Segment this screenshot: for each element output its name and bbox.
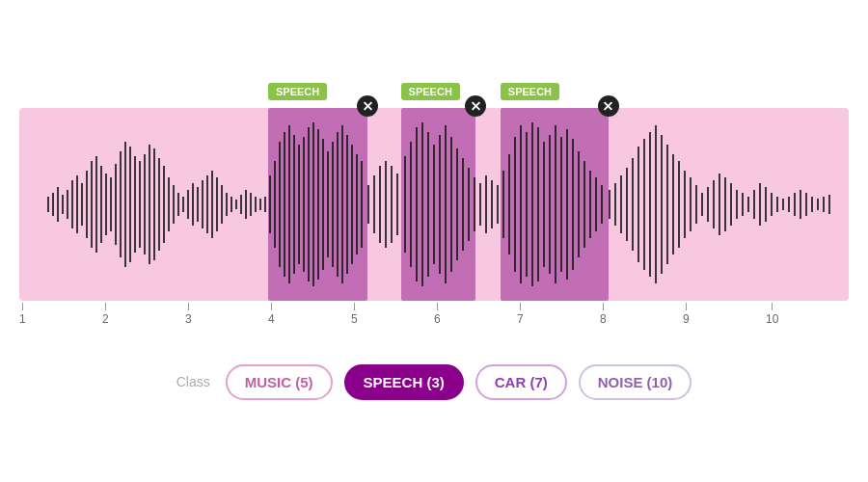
waveform-bg [19, 108, 849, 301]
badge-music[interactable]: MUSIC (5) [226, 364, 333, 400]
speech-label-1: SPEECH [268, 83, 327, 100]
tick-10: 10 [766, 303, 778, 326]
tick-2: 2 [102, 303, 109, 326]
tick-3: 3 [185, 303, 192, 326]
waveform-outer: SPEECH SPEECH SPEECH [19, 83, 849, 330]
waveform-svg [19, 108, 849, 301]
speech-label-2: SPEECH [401, 83, 460, 100]
badge-noise[interactable]: NOISE (10) [579, 364, 692, 400]
tick-9: 9 [683, 303, 690, 326]
tick-1: 1 [19, 303, 26, 326]
speech-close-1[interactable] [357, 95, 378, 117]
class-row: Class MUSIC (5) SPEECH (3) CAR (7) NOISE… [176, 364, 692, 400]
tick-6: 6 [434, 303, 441, 326]
tick-8: 8 [600, 303, 607, 326]
main-container: SPEECH SPEECH SPEECH [19, 83, 849, 400]
timeline: 1 2 3 4 5 6 7 [19, 303, 849, 330]
tick-4: 4 [268, 303, 275, 326]
speech-close-3[interactable] [598, 95, 619, 117]
tick-5: 5 [351, 303, 358, 326]
badge-speech[interactable]: SPEECH (3) [344, 364, 464, 400]
badge-car[interactable]: CAR (7) [475, 364, 567, 400]
speech-label-3: SPEECH [501, 83, 559, 100]
tick-7: 7 [517, 303, 524, 326]
speech-labels: SPEECH SPEECH SPEECH [19, 83, 849, 108]
speech-close-2[interactable] [465, 95, 486, 117]
class-label: Class [176, 374, 210, 389]
